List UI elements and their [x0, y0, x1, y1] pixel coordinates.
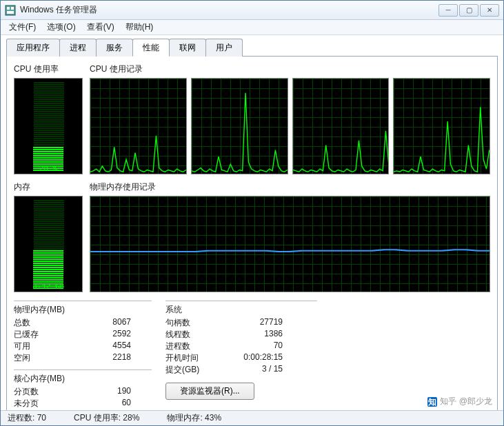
- cpu-core-graph-0: [90, 78, 187, 174]
- window-controls: ─ ▢ ✕: [439, 4, 499, 17]
- status-memory: 物理内存: 43%: [167, 412, 221, 424]
- cpu-usage-label: CPU 使用率: [14, 63, 83, 75]
- svg-rect-2: [11, 7, 14, 10]
- tab-users[interactable]: 用户: [205, 39, 243, 57]
- svg-rect-3: [7, 11, 14, 14]
- physmem-header: 物理内存(MB): [14, 304, 152, 316]
- system-handles: 27719: [214, 317, 283, 329]
- status-processes: 进程数: 70: [8, 412, 46, 424]
- tab-performance[interactable]: 性能: [132, 39, 170, 57]
- system-uptime: 0:00:28:15: [214, 352, 283, 364]
- physmem-total: 8067: [62, 317, 131, 329]
- close-button[interactable]: ✕: [480, 4, 499, 17]
- memory-gauge-value: 3.42 GB: [14, 282, 82, 290]
- system-commit: 3 / 15: [214, 364, 283, 376]
- performance-panel: CPU 使用率 28 % CPU 使用记录 内存: [6, 57, 498, 417]
- menu-options[interactable]: 选项(O): [41, 20, 81, 34]
- cpu-core-graph-3: [393, 78, 490, 174]
- memory-label: 内存: [14, 181, 83, 193]
- physmem-cached: 2592: [62, 329, 131, 341]
- zhihu-icon: 知: [427, 397, 437, 407]
- app-icon: [5, 5, 16, 16]
- physmem-available: 4554: [62, 341, 131, 352]
- tab-applications[interactable]: 应用程序: [6, 39, 60, 57]
- menu-view[interactable]: 查看(V): [81, 20, 120, 34]
- cpu-history-label: CPU 使用记录: [90, 63, 490, 75]
- titlebar[interactable]: Windows 任务管理器 ─ ▢ ✕: [1, 1, 503, 20]
- menu-help[interactable]: 帮助(H): [120, 20, 159, 34]
- system-processes: 70: [214, 341, 283, 352]
- memory-history-graph: [90, 196, 490, 292]
- memory-gauge: 3.42 GB: [14, 196, 83, 292]
- window-title: Windows 任务管理器: [20, 4, 439, 16]
- kernel-paged: 190: [62, 386, 131, 398]
- content-area: 应用程序 进程 服务 性能 联网 用户 CPU 使用率 28 % CPU 使用记…: [1, 35, 503, 417]
- cpu-core-graph-1: [191, 78, 288, 174]
- maximize-button[interactable]: ▢: [459, 4, 478, 17]
- system-header: 系统: [165, 304, 317, 316]
- cpu-history-graphs: [90, 78, 490, 174]
- physmem-free: 2218: [62, 352, 131, 364]
- phys-mem-history-label: 物理内存使用记录: [90, 181, 490, 193]
- tab-processes[interactable]: 进程: [59, 39, 97, 57]
- status-cpu: CPU 使用率: 28%: [74, 412, 139, 424]
- menubar: 文件(F) 选项(O) 查看(V) 帮助(H): [1, 20, 503, 35]
- cpu-gauge-value: 28 %: [14, 164, 82, 172]
- system-threads: 1386: [214, 329, 283, 341]
- cpu-gauge: 28 %: [14, 78, 83, 174]
- menu-file[interactable]: 文件(F): [3, 20, 41, 34]
- svg-rect-1: [7, 7, 10, 10]
- cpu-core-graph-2: [292, 78, 390, 174]
- watermark: 知 知乎 @郎少龙: [427, 396, 492, 407]
- kernel-header: 核心内存(MB): [14, 373, 152, 385]
- tab-services[interactable]: 服务: [96, 39, 133, 57]
- svg-text:知: 知: [427, 397, 436, 407]
- tab-networking[interactable]: 联网: [169, 39, 206, 57]
- statusbar: 进程数: 70 CPU 使用率: 28% 物理内存: 43%: [1, 410, 503, 425]
- task-manager-window: Windows 任务管理器 ─ ▢ ✕ 文件(F) 选项(O) 查看(V) 帮助…: [0, 0, 504, 426]
- kernel-nonpaged: 60: [62, 398, 131, 409]
- resource-monitor-button[interactable]: 资源监视器(R)...: [165, 383, 254, 400]
- tab-strip: 应用程序 进程 服务 性能 联网 用户: [6, 38, 498, 57]
- minimize-button[interactable]: ─: [439, 4, 458, 17]
